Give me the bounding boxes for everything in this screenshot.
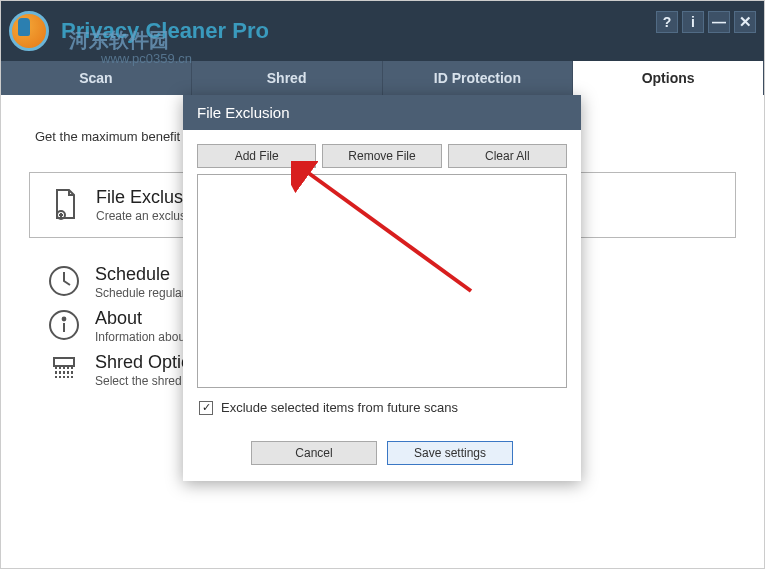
close-button[interactable]: ✕ <box>734 11 756 33</box>
watermark-cn: 河东软件园 <box>69 27 169 54</box>
checkbox-icon: ✓ <box>199 401 213 415</box>
option-desc: Information about <box>95 330 188 344</box>
app-logo-icon <box>9 11 49 51</box>
option-text: About Information about <box>95 308 188 344</box>
dialog-title: File Exclusion <box>183 95 581 130</box>
svg-point-3 <box>63 318 66 321</box>
dialog-footer: Cancel Save settings <box>183 441 581 481</box>
exclusion-listbox[interactable] <box>197 174 567 388</box>
watermark-url: www.pc0359.cn <box>101 51 192 66</box>
window-controls: ? i — ✕ <box>656 11 756 33</box>
save-settings-button[interactable]: Save settings <box>387 441 513 465</box>
cancel-button[interactable]: Cancel <box>251 441 377 465</box>
dialog-button-row: Add File Remove File Clear All <box>197 144 567 168</box>
tab-shred[interactable]: Shred <box>192 61 383 95</box>
minimize-button[interactable]: — <box>708 11 730 33</box>
exclude-checkbox-row[interactable]: ✓ Exclude selected items from future sca… <box>199 400 565 415</box>
tab-options[interactable]: Options <box>573 61 764 95</box>
logo-area: 河东软件园 Privacy Cleaner Pro www.pc0359.cn <box>9 11 269 51</box>
info-button[interactable]: i <box>682 11 704 33</box>
add-file-button[interactable]: Add File <box>197 144 316 168</box>
tab-id-protection[interactable]: ID Protection <box>383 61 574 95</box>
tab-bar: Scan Shred ID Protection Options <box>1 61 764 95</box>
remove-file-button[interactable]: Remove File <box>322 144 441 168</box>
file-icon <box>48 187 82 221</box>
tab-scan[interactable]: Scan <box>1 61 192 95</box>
shred-icon <box>47 352 81 386</box>
option-title: About <box>95 308 188 329</box>
titlebar: 河东软件园 Privacy Cleaner Pro www.pc0359.cn … <box>1 1 764 61</box>
clear-all-button[interactable]: Clear All <box>448 144 567 168</box>
dialog-body: Add File Remove File Clear All ✓ Exclude… <box>183 130 581 441</box>
clock-icon <box>47 264 81 298</box>
info-icon <box>47 308 81 342</box>
checkbox-label: Exclude selected items from future scans <box>221 400 458 415</box>
file-exclusion-dialog: File Exclusion Add File Remove File Clea… <box>183 95 581 481</box>
help-button[interactable]: ? <box>656 11 678 33</box>
